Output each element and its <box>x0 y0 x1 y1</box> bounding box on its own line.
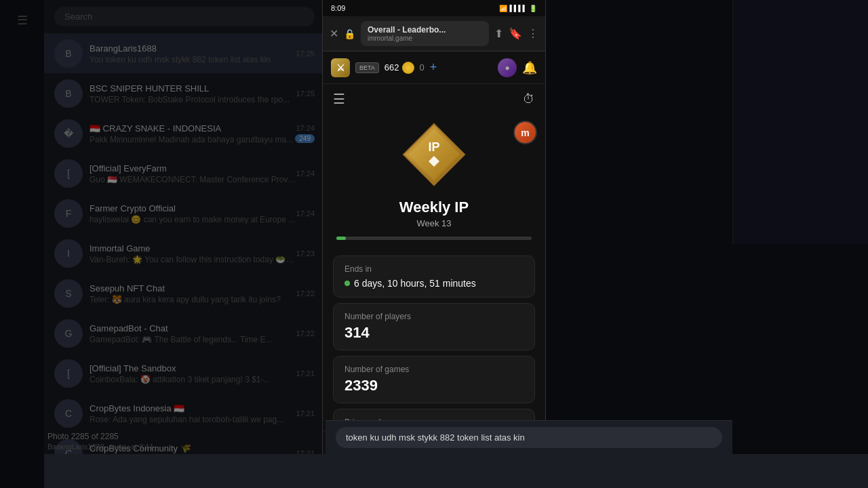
user-avatar[interactable]: ● <box>498 58 517 77</box>
history-icon[interactable]: ⏱ <box>523 92 535 106</box>
browser-close-button[interactable]: ✕ <box>330 27 338 40</box>
browser-bar: ✕ 🔒 Overall - Leaderbo... immortal.game … <box>323 16 545 52</box>
svg-marker-1 <box>408 129 460 180</box>
user-avatar-m: m <box>513 121 537 144</box>
coin-icon <box>402 62 414 74</box>
progress-bar-container <box>336 237 532 240</box>
browser-url-display[interactable]: Overall - Leaderbo... immortal.game <box>361 21 489 46</box>
content-toolbar: ☰ ⏱ <box>323 84 545 114</box>
status-icons: 📶 ▌▌▌▌ 🔋 <box>499 5 537 12</box>
ends-in-time: 6 days, 10 hours, 51 minutes <box>354 278 476 289</box>
weekly-title: Weekly IP <box>399 199 469 216</box>
add-button[interactable]: + <box>430 60 437 75</box>
browser-title: Overall - Leaderbo... <box>368 25 482 35</box>
svg-text:IP: IP <box>428 140 439 154</box>
diamond-count: 0 <box>420 62 425 73</box>
ip-section: m <box>323 114 545 256</box>
lock-icon: 🔒 <box>344 28 355 39</box>
browser-url: immortal.game <box>368 35 482 42</box>
players-label: Number of players <box>344 312 524 321</box>
games-label: Number of games <box>344 365 524 374</box>
phone-frame: 8:09 📶 ▌▌▌▌ 🔋 ✕ 🔒 Overall - Leaderbo... … <box>322 0 546 488</box>
ends-in-card: Ends in 6 days, 10 hours, 51 minutes <box>333 256 535 298</box>
menu-icon[interactable]: ☰ <box>333 91 345 107</box>
share-icon[interactable]: ⬆ <box>494 27 503 40</box>
message-input[interactable] <box>336 427 722 448</box>
status-bar: 8:09 📶 ▌▌▌▌ 🔋 <box>323 0 545 16</box>
progress-bar-fill <box>336 237 346 240</box>
coin-amount: 662 <box>384 62 399 73</box>
message-input-area <box>326 420 732 454</box>
stats-section: Ends in 6 days, 10 hours, 51 minutes Num… <box>323 256 545 430</box>
app-content: ☰ ⏱ m <box>323 84 545 430</box>
time-display: 8:09 <box>331 4 345 12</box>
wifi-icon: 📶 <box>499 5 507 12</box>
bookmark-icon[interactable]: 🔖 <box>509 27 522 40</box>
week-subtitle: Week 13 <box>416 218 451 228</box>
coins-display: 662 <box>384 62 414 74</box>
players-card: Number of players 314 <box>333 303 535 350</box>
bottom-bar <box>44 454 868 488</box>
signal-icon: ▌▌▌▌ <box>509 5 527 12</box>
browser-actions: ⬆ 🔖 ⋮ <box>494 27 538 40</box>
ends-in-value: 6 days, 10 hours, 51 minutes <box>344 278 524 289</box>
games-value: 2339 <box>344 377 524 394</box>
battery-icon: 🔋 <box>529 5 537 12</box>
ends-in-label: Ends in <box>344 264 524 274</box>
beta-badge: BETA <box>355 62 379 73</box>
app-logo: ⚔ <box>331 58 350 77</box>
games-card: Number of games 2339 <box>333 356 535 403</box>
app-header: ⚔ BETA 662 0 + ● 🔔 <box>323 52 545 84</box>
more-icon[interactable]: ⋮ <box>528 27 538 40</box>
ip-diamond-logo: IP <box>400 121 468 188</box>
green-dot <box>344 281 350 286</box>
players-value: 314 <box>344 324 524 342</box>
bell-icon[interactable]: 🔔 <box>522 60 537 75</box>
